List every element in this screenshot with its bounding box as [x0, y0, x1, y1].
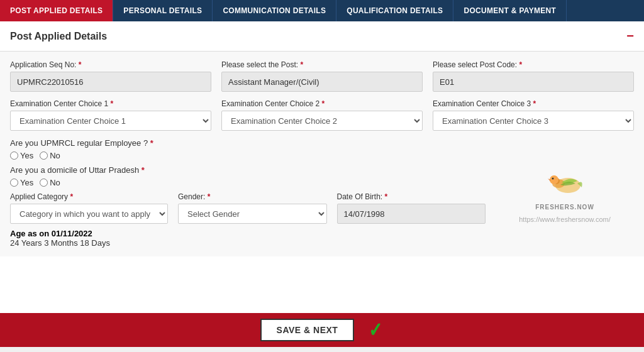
gender-select[interactable]: Select Gender [178, 204, 327, 224]
employee-question: Are you UPMRCL regular Employee ? * [10, 138, 486, 148]
domicile-yes-label[interactable]: Yes [10, 178, 33, 187]
main-content: Post Applied Details − Application Seq N… [0, 21, 644, 313]
employee-yes-label[interactable]: Yes [10, 151, 33, 160]
app-seq-input[interactable] [10, 72, 211, 92]
group-category: Applied Category * Category in which you… [10, 192, 168, 224]
exam-center2-label: Examination Center Choice 2 * [221, 99, 423, 108]
dob-label: Date Of Birth: * [337, 192, 486, 201]
post-code-input[interactable] [433, 72, 634, 92]
category-select[interactable]: Category in which you want to apply [10, 204, 168, 224]
exam-center1-label: Examination Center Choice 1 * [10, 99, 211, 108]
group-gender: Gender: * Select Gender [178, 192, 327, 224]
tab-document[interactable]: DOCUMENT & PAYMENT [453, 0, 567, 21]
exam-center3-select[interactable]: Examination Center Choice 3 [433, 111, 634, 131]
freshersnow-brand: FRESHERS.NOW [535, 204, 594, 211]
domicile-no-label[interactable]: No [40, 178, 60, 187]
tab-post-applied[interactable]: POST APPLIED DETAILS [0, 0, 113, 21]
employee-no-label[interactable]: No [40, 151, 60, 160]
group-exam-center1: Examination Center Choice 1 * Examinatio… [10, 99, 211, 131]
watermark-url: https://www.freshersnow.com/ [519, 216, 611, 223]
domicile-yes-radio[interactable] [10, 179, 18, 187]
checkmark-icon: ✓ [369, 318, 382, 342]
app-seq-label: Application Seq No: * [10, 60, 211, 69]
employee-yes-radio[interactable] [10, 151, 18, 160]
employee-no-radio[interactable] [40, 151, 48, 160]
tab-communication[interactable]: COMMUNICATION DETAILS [213, 0, 336, 21]
svg-point-4 [552, 177, 554, 179]
tab-qualification[interactable]: QUALIFICATION DETAILS [336, 0, 453, 21]
save-next-button[interactable]: SAVE & NEXT [260, 319, 355, 341]
row-application: Application Seq No: * Please select the … [10, 60, 634, 92]
post-input[interactable] [221, 72, 423, 92]
left-questions: Are you UPMRCL regular Employee ? * Yes … [10, 138, 486, 248]
domicile-radio-group: Yes No [10, 178, 486, 187]
section-title: Post Applied Details [10, 31, 107, 42]
exam-center3-label: Examination Center Choice 3 * [433, 99, 634, 108]
group-post-code: Please select Post Code: * [433, 60, 634, 92]
category-label: Applied Category * [10, 192, 168, 201]
post-code-label: Please select Post Code: * [433, 60, 634, 69]
group-dob: Date Of Birth: * [337, 192, 486, 224]
watermark-section: FRESHERS.NOW https://www.freshersnow.com… [496, 138, 634, 248]
freshersnow-logo [543, 170, 587, 201]
svg-point-3 [550, 175, 558, 184]
exam-center1-select[interactable]: Examination Center Choice 1 [10, 111, 211, 131]
form-area: Application Seq No: * Please select the … [0, 52, 644, 256]
group-app-seq: Application Seq No: * [10, 60, 211, 92]
post-label: Please select the Post: * [221, 60, 423, 69]
bottom-bar: SAVE & NEXT ✓ [0, 313, 644, 347]
group-post: Please select the Post: * [221, 60, 423, 92]
dob-input[interactable] [337, 204, 486, 224]
collapse-button[interactable]: − [626, 29, 634, 43]
gender-label: Gender: * [178, 192, 327, 201]
age-value: 24 Years 3 Months 18 Days [10, 238, 486, 248]
group-exam-center3: Examination Center Choice 3 * Examinatio… [433, 99, 634, 131]
age-section: Age as on 01/11/2022 24 Years 3 Months 1… [10, 229, 486, 248]
row-category-gender-dob: Applied Category * Category in which you… [10, 192, 486, 224]
group-employee: Are you UPMRCL regular Employee ? * Yes … [10, 138, 486, 160]
section-header: Post Applied Details − [0, 21, 644, 52]
top-navigation: POST APPLIED DETAILS PERSONAL DETAILS CO… [0, 0, 644, 21]
row-employee-watermark: Are you UPMRCL regular Employee ? * Yes … [10, 138, 634, 248]
tab-personal[interactable]: PERSONAL DETAILS [113, 0, 213, 21]
group-exam-center2: Examination Center Choice 2 * Examinatio… [221, 99, 423, 131]
exam-center2-select[interactable]: Examination Center Choice 2 [221, 111, 423, 131]
domicile-question: Are you a domicile of Uttar Pradesh * [10, 165, 486, 175]
row-exam-centers: Examination Center Choice 1 * Examinatio… [10, 99, 634, 131]
domicile-no-radio[interactable] [40, 179, 48, 187]
employee-radio-group: Yes No [10, 151, 486, 160]
age-label: Age as on 01/11/2022 [10, 229, 486, 238]
group-domicile: Are you a domicile of Uttar Pradesh * Ye… [10, 165, 486, 187]
